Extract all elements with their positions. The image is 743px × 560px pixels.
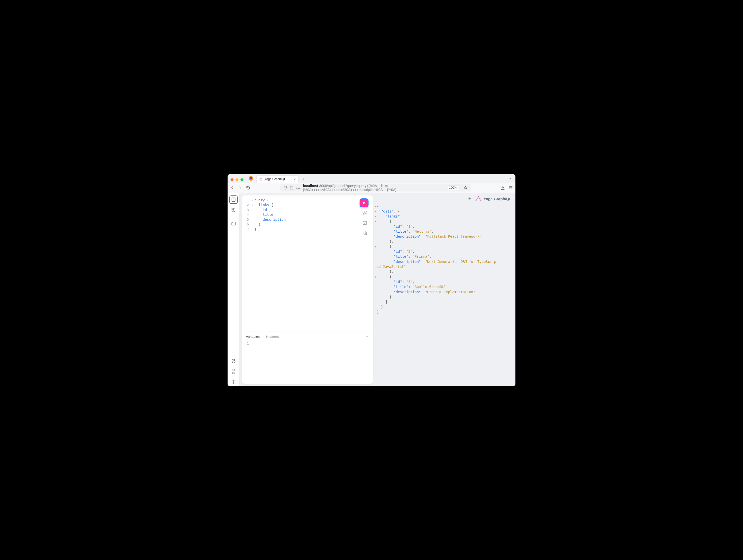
json-line: "title": "Prisma", — [375, 254, 512, 259]
fold-toggle-icon — [251, 217, 254, 222]
code-line: id — [254, 207, 370, 213]
json-line: "title": "Next.js", — [375, 229, 512, 234]
settings-button[interactable] — [229, 378, 238, 386]
docs-explorer-button[interactable] — [229, 195, 238, 204]
execute-button[interactable] — [360, 198, 368, 207]
fold-arrow-icon — [375, 269, 377, 274]
fold-arrow-icon — [375, 294, 377, 299]
close-tab-icon[interactable]: × — [294, 177, 296, 181]
json-line: ] — [375, 299, 512, 304]
fold-arrow-icon[interactable]: ▾ — [375, 274, 377, 279]
permissions-icon[interactable] — [296, 186, 301, 189]
json-line: } — [375, 294, 512, 299]
prettify-icon[interactable] — [362, 210, 367, 216]
svg-rect-5 — [298, 187, 300, 187]
site-info-icon[interactable] — [290, 186, 294, 190]
svg-rect-3 — [290, 186, 293, 189]
fold-arrow-icon — [375, 259, 377, 264]
json-line: ▾ { — [375, 219, 512, 224]
fold-arrow-icon — [375, 289, 377, 294]
json-line: "id": "3", — [375, 279, 512, 284]
toolbar: localhost:3000/api/graphql?query=query+{… — [227, 183, 516, 193]
query-editor[interactable]: 1234567 ▾▾ query { links { id title desc… — [242, 195, 373, 332]
svg-point-1 — [250, 177, 252, 179]
shield-icon — [283, 186, 287, 190]
zoom-indicator[interactable]: 100% — [447, 186, 458, 190]
minimize-window-button[interactable] — [235, 178, 238, 181]
downloads-icon[interactable] — [500, 186, 505, 190]
json-line: ▾ "data": { — [375, 209, 512, 214]
svg-rect-9 — [232, 198, 235, 201]
json-line: ▾{ — [375, 204, 512, 209]
json-line: } — [375, 310, 512, 315]
tab-bar: Yoga GraphiQL × — [227, 174, 516, 183]
fold-arrow-icon[interactable]: ▾ — [375, 219, 377, 224]
line-number: 1 — [242, 198, 249, 203]
new-tab-button[interactable] — [301, 176, 307, 182]
tab-favicon-icon — [259, 177, 263, 181]
fold-toggle-icon — [251, 212, 254, 217]
fold-toggle-icon — [251, 227, 254, 232]
collapse-panel-icon[interactable] — [365, 335, 369, 338]
svg-point-18 — [476, 200, 477, 201]
copy-icon[interactable] — [362, 230, 367, 236]
fold-arrow-icon — [375, 249, 377, 254]
line-number: 3 — [242, 207, 249, 213]
address-bar[interactable]: localhost:3000/api/graphql?query=query+{… — [280, 184, 471, 191]
fold-toggle-icon[interactable]: ▾ — [251, 203, 254, 207]
explorer-button[interactable] — [229, 219, 238, 228]
back-button[interactable] — [230, 186, 234, 190]
fold-arrow-icon[interactable]: ▾ — [375, 214, 377, 219]
code-line: } — [254, 227, 370, 232]
fold-arrow-icon — [375, 304, 377, 309]
tab-variables[interactable]: Variables — [246, 335, 260, 338]
tab-title: Yoga GraphiQL — [265, 177, 286, 181]
json-line: } — [375, 304, 512, 309]
fold-toggle-icon — [251, 207, 254, 213]
fold-arrow-icon[interactable]: ▾ — [375, 209, 377, 214]
variables-editor[interactable]: 1 — [242, 340, 373, 384]
json-line: ▾ { — [375, 274, 512, 279]
add-tab-button[interactable]: + — [468, 196, 471, 202]
browser-window: Yoga GraphiQL × localhost:3000/api/graph… — [227, 174, 516, 386]
reload-button[interactable] — [246, 186, 250, 190]
graphql-logo-icon — [476, 196, 481, 202]
history-button[interactable] — [229, 206, 238, 214]
merge-icon[interactable] — [362, 220, 367, 226]
fold-arrow-icon — [375, 284, 377, 289]
fold-toggle-icon[interactable]: ▾ — [251, 198, 254, 203]
line-number: 7 — [242, 227, 249, 232]
svg-point-17 — [480, 200, 481, 201]
json-line: "title": "Apollo GraphQL", — [375, 284, 512, 289]
tabs-overflow-button[interactable] — [507, 176, 513, 182]
json-line: "id": "1", — [375, 224, 512, 229]
close-window-button[interactable] — [230, 178, 233, 181]
refresh-schema-button[interactable] — [229, 357, 238, 365]
json-line: "description": "Fullstack React framewor… — [375, 234, 512, 239]
app-content: 1234567 ▾▾ query { links { id title desc… — [227, 193, 516, 386]
fold-arrow-icon — [375, 224, 377, 229]
fold-arrow-icon[interactable]: ▾ — [375, 204, 377, 209]
shortcuts-button[interactable] — [229, 367, 238, 376]
code-line: links { — [254, 203, 370, 207]
variables-panel: Variables Headers 1 — [242, 332, 373, 384]
bookmark-star-icon[interactable] — [463, 186, 468, 190]
editor-column: 1234567 ▾▾ query { links { id title desc… — [239, 193, 373, 386]
maximize-window-button[interactable] — [241, 178, 244, 181]
fold-arrow-icon[interactable]: ▾ — [375, 244, 377, 249]
svg-rect-14 — [363, 231, 366, 234]
forward-button[interactable] — [238, 186, 243, 190]
json-line: }, — [375, 269, 512, 274]
json-line: ▾ { — [375, 244, 512, 249]
json-line: "id": "2", — [375, 249, 512, 254]
line-number: 2 — [242, 203, 249, 207]
response-viewer[interactable]: ▾{▾ "data": {▾ "links": [▾ { "id": "1", … — [374, 203, 512, 315]
browser-tab[interactable]: Yoga GraphiQL × — [256, 175, 299, 183]
tab-headers[interactable]: Headers — [266, 335, 279, 338]
firefox-logo-icon — [248, 175, 254, 182]
menu-icon[interactable] — [509, 186, 513, 190]
json-line: "description": "Next Generation ORM for … — [375, 259, 504, 269]
svg-point-6 — [297, 188, 297, 189]
json-line: "description": "GraphQL implementation" — [375, 289, 512, 294]
svg-rect-13 — [364, 232, 366, 235]
